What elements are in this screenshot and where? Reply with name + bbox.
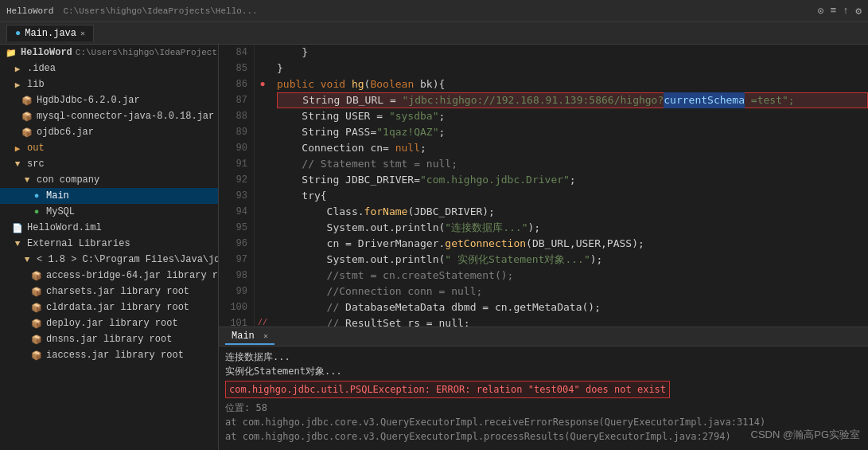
folder-icon: ▼ [11,158,24,170]
line-num-95: 95 [219,220,247,236]
jar-icon: 📦 [30,349,43,362]
code-line-91: // Statement stmt = null; [277,156,868,172]
line-num-96: 96 [219,236,247,252]
line-num-88: 88 [219,108,247,124]
sidebar-cldrdata[interactable]: 📦 cldrdata.jar library root [0,299,218,315]
project-path: C:\Users\highgo\IdeaProjects\Hello [76,48,219,57]
code-line-100: // DatabaseMetaData dbmd = cn.getMetaDat… [277,299,868,315]
sidebar-charsets-label: charsets.jar library root [46,286,189,297]
sidebar-project-root[interactable]: 📁 HelloWord C:\Users\highgo\IdeaProjects… [0,45,218,61]
sidebar-idea-label: .idea [27,63,56,74]
code-line-90: Connection cn= null; [277,140,868,156]
folder-icon: ▶ [11,142,24,155]
sidebar-com-company-label: con company [37,174,99,186]
sidebar-external-libs-label: External Libraries [27,238,130,249]
code-line-86: public void hg(Boolean bk){ [277,76,868,92]
code-line-92: String JDBC_DRIVER="com.highgo.jdbc.Driv… [277,172,868,188]
console-tab-close[interactable]: ✕ [263,332,268,341]
sidebar-access-bridge-label: access-bridge-64.jar library root [46,270,219,281]
code-line-85: } [277,61,868,76]
sidebar-dnsns-label: dnsns.jar library root [46,334,172,345]
line-num-97: 97 [219,252,247,268]
sidebar-jdk18[interactable]: ▼ < 1.8 > C:\Program Files\Java\jdk1.8.0… [0,252,218,268]
line-num-100: 100 [219,299,247,315]
sidebar-jdk18-label: < 1.8 > C:\Program Files\Java\jdk1.8.0_2… [37,254,219,265]
folder-icon: ▼ [11,237,24,250]
sidebar-src[interactable]: ▼ src [0,156,218,172]
line-num-84: 84 [219,45,247,61]
line-num-89: 89 [219,124,247,140]
sidebar-ojdbc6-label: ojdbc6.jar [37,127,94,138]
sidebar-hgdbjdbc[interactable]: 📦 HgdbJdbc-6.2.0.jar [0,92,218,108]
sidebar-helloworldiml[interactable]: 📄 HelloWord.iml [0,220,218,236]
sidebar-out-label: out [27,143,45,154]
sidebar-mysql-connector[interactable]: 📦 mysql-connector-java-8.0.18.jar [0,108,218,124]
watermark: CSDN @瀚高PG实验室 [751,428,860,442]
jar-icon: 📦 [21,126,33,139]
file-icon: 📄 [11,221,24,234]
sidebar-mysql-label: MySQL [46,206,75,217]
console-error-text: com.highgo.jdbc.util.PSQLException: ERRO… [225,381,670,398]
path-label: C:\Users\highgo\IdeaProjects\Hello... [63,6,257,16]
folder-icon: ▶ [11,78,24,91]
console-tab-label: Main [232,331,255,342]
code-line-89: String PASS="1qaz!QAZ"; [277,124,868,140]
update-icon[interactable]: ↑ [843,5,849,18]
tab-main-java[interactable]: ● Main.java ✕ [6,25,94,41]
tab-label: Main.java [25,28,76,39]
menu-icon[interactable]: ≡ [831,5,837,18]
sidebar-helloworldiml-label: HelloWord.iml [27,222,102,233]
code-line-87: String DB_URL = "jdbc:highgo://192.168.9… [277,92,868,108]
jar-icon: 📦 [30,317,43,330]
jar-icon: 📦 [30,285,43,298]
sidebar-deploy[interactable]: 📦 deploy.jar library root [0,315,218,331]
code-line-97: System.out.println(" 实例化Statement对象...")… [277,252,868,268]
top-bar-icons[interactable]: ⊙ ≡ ↑ ⚙ [818,5,862,18]
sidebar-lib[interactable]: ▶ lib [0,76,218,92]
sidebar-dnsns[interactable]: 📦 dnsns.jar library root [0,331,218,347]
line-num-99: 99 [219,284,247,299]
settings-icon[interactable]: ⊙ [818,5,824,18]
gear-icon[interactable]: ⚙ [855,5,862,18]
console-line-2: 实例化Statement对象... [225,364,862,378]
sidebar-out[interactable]: ▶ out [0,140,218,156]
sidebar-com-company[interactable]: ▼ con company [0,172,218,188]
jar-icon: 📦 [30,269,43,282]
sidebar-ojdbc6[interactable]: 📦 ojdbc6.jar [0,124,218,140]
sidebar-access-bridge[interactable]: 📦 access-bridge-64.jar library root [0,268,218,284]
sidebar-mysql-connector-label: mysql-connector-java-8.0.18.jar [37,111,214,122]
editor-area: 84 85 86 87 88 89 90 91 92 93 94 95 96 9… [219,45,868,450]
code-line-98: //stmt = cn.createStatement(); [277,268,868,284]
sidebar-mysql-class[interactable]: ● MySQL [0,204,218,220]
project-label: HelloWord [21,47,72,58]
sidebar-iaccess[interactable]: 📦 iaccess.jar library root [0,347,218,363]
sidebar-charsets[interactable]: 📦 charsets.jar library root [0,284,218,299]
code-line-88: String USER = "sysdba"; [277,108,868,124]
console-position: 位置: 58 [225,401,862,415]
sidebar-main-class[interactable]: ● Main [0,188,218,204]
app-title: HelloWord [6,6,53,16]
line-num-90: 90 [219,140,247,156]
sidebar-src-label: src [27,158,45,170]
sidebar-external-libs[interactable]: ▼ External Libraries [0,236,218,252]
line-num-92: 92 [219,172,247,188]
tab-close-icon[interactable]: ✕ [80,29,85,38]
code-line-93: try{ [277,188,868,204]
code-editor[interactable]: 84 85 86 87 88 89 90 91 92 93 94 95 96 9… [219,45,868,327]
code-line-94: Class.forName(JDBC_DRIVER); [277,204,868,220]
line-num-101: 101 [219,315,247,327]
line-num-98: 98 [219,268,247,284]
class-icon: ● [30,190,43,202]
bottom-tabs: Main ✕ [219,327,868,346]
line-num-91: 91 [219,156,247,172]
sidebar: 📁 HelloWord C:\Users\highgo\IdeaProjects… [0,45,219,450]
gutter-arrow-101: // [255,315,271,327]
line-num-93: 93 [219,188,247,204]
sidebar-idea[interactable]: ▶ .idea [0,61,218,76]
jar-icon: 📦 [21,94,33,107]
sidebar-main-label: Main [46,190,69,202]
line-numbers: 84 85 86 87 88 89 90 91 92 93 94 95 96 9… [219,45,255,327]
tab-bar: ● Main.java ✕ [0,22,868,45]
console-tab-main[interactable]: Main ✕ [225,329,274,345]
code-content[interactable]: } } public void hg(Boolean bk){ String D… [271,45,868,327]
